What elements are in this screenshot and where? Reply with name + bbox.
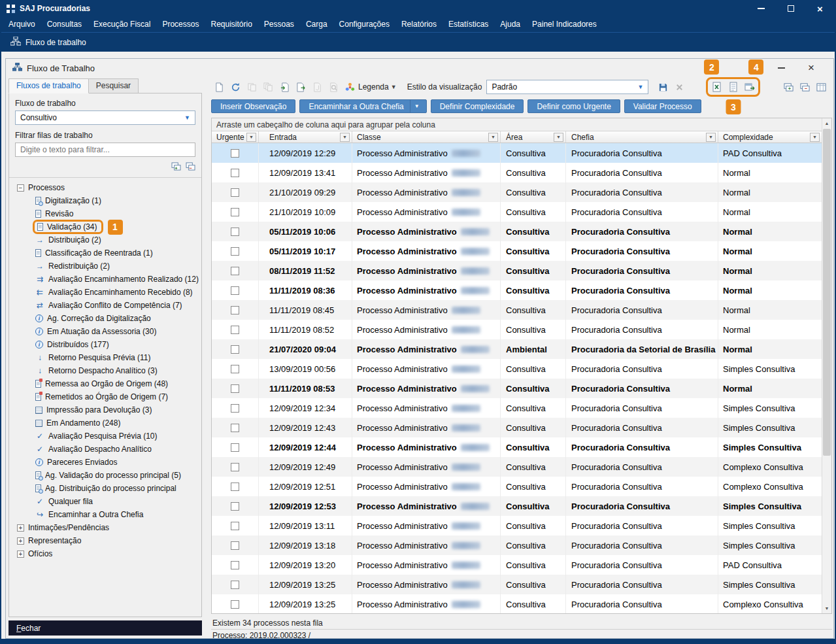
table-row-12[interactable]: 11/11/2019 08:53Processo AdministrativoC… [212, 379, 822, 398]
filter-input[interactable] [15, 143, 195, 157]
column-header-urgente[interactable]: Urgente▼ [212, 131, 259, 143]
tree-item-26[interactable]: +Intimações/Pendências [9, 521, 201, 534]
table-row-19[interactable]: 12/09/2019 13:11Processo AdministrativoC… [212, 516, 822, 535]
export-window-icon[interactable] [741, 79, 758, 95]
tree-item-8[interactable]: ⇇Avaliação Encaminhamento Recebido (8) [9, 286, 201, 299]
urgente-checkbox[interactable] [231, 581, 239, 589]
table-row-16[interactable]: 12/09/2019 12:49Processo AdministrativoC… [212, 457, 822, 477]
table-row-0[interactable]: 12/09/2019 12:29Processo AdministrativoC… [212, 143, 822, 163]
inserir-observacao-button[interactable]: Inserir Observação [211, 99, 295, 113]
tree-item-9[interactable]: ⇄Avaliação Conflito de Competência (7) [9, 299, 201, 312]
encaminhar-outra-chefia-button[interactable]: Encaminhar a Outra Chefia▼ [299, 99, 426, 113]
collapse-icon[interactable]: − [17, 184, 24, 192]
filter-icon[interactable]: ▼ [554, 133, 563, 142]
tree-item-25[interactable]: ↪Encaminhar a Outra Chefia [9, 508, 201, 521]
collapse-tree-icon[interactable] [186, 161, 195, 173]
urgente-checkbox[interactable] [231, 384, 239, 393]
export-doc-icon[interactable] [293, 79, 309, 95]
column-header-chefia[interactable]: Chefia▼ [566, 131, 718, 143]
menu-item-0[interactable]: Arquivo [3, 17, 41, 32]
table-row-14[interactable]: 12/09/2019 12:43Processo AdministrativoC… [212, 418, 822, 437]
flow-select[interactable]: Consultivo ▼ [15, 110, 195, 125]
select-columns-icon[interactable] [813, 79, 829, 95]
urgente-checkbox[interactable] [231, 561, 239, 569]
menu-item-3[interactable]: Processos [156, 17, 205, 32]
tree-item-6[interactable]: →Redistribuição (2) [9, 260, 201, 273]
tree-item-27[interactable]: +Representação [9, 534, 201, 547]
tree-item-24[interactable]: ✓Qualquer fila [9, 495, 201, 508]
urgente-checkbox[interactable] [231, 424, 239, 432]
menu-item-6[interactable]: Carga [300, 17, 333, 32]
tab-fluxos-de-trabalho[interactable]: Fluxos de trabalho [8, 78, 89, 93]
filter-icon[interactable]: ▼ [706, 133, 716, 142]
urgente-checkbox[interactable] [231, 463, 239, 471]
urgente-checkbox[interactable] [231, 541, 239, 550]
tree-item-20[interactable]: ✓Avaliação Despacho Analítico [9, 443, 201, 456]
tree-item-2[interactable]: Revisão [9, 207, 201, 220]
tree-item-4[interactable]: →Distribuição (2) [9, 233, 201, 246]
filter-icon[interactable]: ▼ [810, 133, 820, 142]
column-header-entrada[interactable]: Entrada▼ [259, 131, 352, 143]
column-header-complexidade[interactable]: Complexidade▼ [718, 131, 822, 143]
expand-icon[interactable]: + [17, 524, 24, 532]
dropdown-arrow-icon[interactable]: ▼ [410, 100, 424, 112]
child-minimize-button[interactable] [767, 59, 795, 77]
menu-item-1[interactable]: Consultas [41, 17, 88, 32]
menu-item-2[interactable]: Execução Fiscal [88, 17, 156, 32]
tree-item-5[interactable]: Classificação de Reentrada (1) [9, 246, 201, 260]
tree-item-18[interactable]: Em Andamento (248) [9, 416, 201, 430]
tree-item-28[interactable]: +Ofícios [9, 547, 201, 560]
urgente-checkbox[interactable] [231, 404, 239, 413]
table-row-11[interactable]: 13/09/2019 00:56Processo AdministrativoC… [212, 359, 822, 379]
close-button[interactable]: × [805, 0, 835, 17]
table-row-4[interactable]: 05/11/2019 10:06Processo AdministrativoC… [212, 222, 822, 241]
legend-dropdown-icon[interactable]: ▼ [391, 84, 397, 90]
legend-icon[interactable] [342, 79, 358, 95]
collapse-groups-icon[interactable] [797, 79, 813, 95]
menu-item-8[interactable]: Relatórios [395, 17, 443, 32]
child-close-button[interactable]: × [797, 59, 826, 77]
tree-item-7[interactable]: ⇉Avaliação Encaminhamento Realizado (12) [9, 273, 201, 286]
table-row-23[interactable]: 12/09/2019 13:25Processo AdministrativoC… [212, 594, 822, 613]
table-row-3[interactable]: 21/10/2019 10:09Processo AdministrativoC… [212, 202, 822, 222]
vertical-scrollbar[interactable]: ▲ ▼ [822, 118, 831, 613]
filter-icon[interactable]: ▼ [340, 133, 350, 142]
fechar-button[interactable]: Fechar [8, 620, 202, 636]
definir-complexidade-button[interactable]: Definir Complexidade [431, 99, 524, 113]
column-header-classe[interactable]: Classe▼ [352, 131, 501, 143]
table-row-1[interactable]: 12/09/2019 13:41Processo AdministrativoC… [212, 163, 822, 182]
table-row-17[interactable]: 12/09/2019 12:51Processo AdministrativoC… [212, 477, 822, 496]
save-icon[interactable] [655, 79, 671, 95]
tree-item-0[interactable]: −Processos [9, 181, 201, 194]
table-row-8[interactable]: 11/11/2019 08:45Processo AdministrativoC… [212, 300, 822, 320]
tree-item-10[interactable]: iAg. Correção da Digitalização [9, 312, 201, 325]
table-row-15[interactable]: 12/09/2019 12:44Processo AdministrativoC… [212, 437, 822, 457]
maximize-button[interactable] [776, 0, 805, 17]
urgente-checkbox[interactable] [231, 345, 239, 354]
tree-item-15[interactable]: Remessa ao Orgão de Origem (48) [9, 377, 201, 390]
tree-item-22[interactable]: Ag. Validação do processo principal (5) [9, 469, 201, 482]
expand-icon[interactable]: + [17, 537, 24, 545]
filter-icon[interactable]: ▼ [246, 133, 256, 142]
tree-item-3[interactable]: Validação (34)1 [9, 220, 201, 233]
tree-item-17[interactable]: Impressão para Devolução (3) [9, 403, 201, 416]
urgente-checkbox[interactable] [231, 502, 239, 511]
export-excel-icon[interactable] [709, 79, 725, 95]
urgente-checkbox[interactable] [231, 306, 239, 314]
urgente-checkbox[interactable] [231, 522, 239, 530]
tree-item-14[interactable]: ↓Retorno Despacho Analítico (3) [9, 364, 201, 377]
fluxo-de-trabalho-button[interactable]: Fluxo de trabalho [7, 35, 90, 49]
tree-item-12[interactable]: iDistribuídos (177) [9, 338, 201, 351]
expand-icon[interactable]: + [17, 551, 24, 558]
column-header-area[interactable]: Área▼ [501, 131, 566, 143]
filter-icon[interactable]: ▼ [488, 133, 498, 142]
group-by-bar[interactable]: Arraste um cabeçalho de coluna aqui para… [212, 118, 822, 131]
minimize-button[interactable] [746, 0, 776, 17]
table-row-9[interactable]: 11/11/2019 08:52Processo AdministrativoC… [212, 320, 822, 339]
urgente-checkbox[interactable] [231, 483, 239, 491]
tree-item-19[interactable]: ✓Avaliação Pesquisa Prévia (10) [9, 430, 201, 443]
urgente-checkbox[interactable] [231, 247, 239, 256]
legend-label[interactable]: Legenda [358, 82, 389, 92]
tab-pesquisar[interactable]: Pesquisar [88, 78, 139, 93]
urgente-checkbox[interactable] [231, 326, 239, 334]
